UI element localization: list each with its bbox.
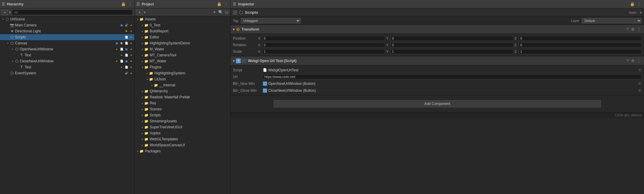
hierarchy-item-icons: ● 📄 ● — [119, 53, 133, 57]
rotation-y-input[interactable] — [390, 43, 513, 47]
btn-close-select-btn[interactable]: ⊙ — [638, 88, 642, 93]
scale-y-input[interactable] — [390, 49, 513, 54]
project-item-packages[interactable]: ▸ 📁 Packages — [135, 148, 230, 154]
eye-icon2[interactable]: ● — [129, 59, 133, 63]
project-item-worldspacecanvasui[interactable]: ▸ 📁 WorldSpaceCanvasUI — [135, 142, 230, 148]
hierarchy-lock-btn[interactable]: 🔒 — [120, 1, 126, 7]
position-y-input[interactable] — [390, 36, 513, 41]
project-item-assets[interactable]: ▾ 📁 Assets — [135, 16, 230, 22]
eye-icon2[interactable]: ● — [129, 47, 133, 51]
transform-settings-btn[interactable]: ⚙ — [631, 26, 635, 32]
hierarchy-item-canvas[interactable]: ▾ ⬡ Canvas ▣ ⬢ 📄 ● — [0, 40, 134, 46]
hierarchy-menu-icon[interactable]: ☰ — [2, 2, 5, 6]
project-item-qhierarchy[interactable]: ▸ 📁 QHierarchy — [135, 88, 230, 94]
eye-icon2[interactable]: ● — [129, 65, 133, 69]
project-item-res[interactable]: ▸ 📁 Res — [135, 100, 230, 106]
project-item-m-water[interactable]: ▸ 📁 M_Water — [135, 46, 230, 52]
hierarchy-item-event-system[interactable]: ▸ ⬡ EventSystem 🔊 ● — [0, 70, 134, 76]
project-item-label: Scripts — [150, 113, 161, 117]
hierarchy-more-btn[interactable]: ⋮ — [128, 1, 133, 7]
object-active-checkbox[interactable] — [233, 10, 237, 15]
rotation-z-input[interactable] — [519, 43, 642, 47]
inspector-menu-icon[interactable]: ☰ — [233, 2, 236, 6]
project-item-scenes[interactable]: ▸ 📁 Scenes — [135, 106, 230, 112]
btn-new-select-btn[interactable]: ⊙ — [638, 81, 642, 86]
tag-dropdown[interactable]: Untagged — [241, 18, 301, 23]
project-item-vuplex[interactable]: ▸ 📁 Vuplex — [135, 130, 230, 136]
project-item-litjson[interactable]: ▾ 📁 LitJson — [135, 76, 230, 82]
hierarchy-item-text-1[interactable]: ▸ T Text ● 📄 ● — [0, 52, 134, 58]
project-item-label: MT_Water — [150, 59, 166, 63]
folder-icon: 📁 — [144, 131, 149, 135]
static-dropdown-icon[interactable]: ▾ — [640, 10, 642, 15]
eye-icon[interactable]: ● — [129, 41, 133, 45]
script-component-body: Script 📄 WebglOpenUrlTest ⊙ Url Btn_New … — [231, 65, 644, 95]
eye-icon2[interactable]: ● — [129, 53, 133, 57]
project-add-btn[interactable]: + — [137, 10, 143, 15]
project-lock-btn[interactable]: 🔒 — [216, 1, 222, 7]
rotation-x-input[interactable] — [262, 43, 385, 47]
position-x-input[interactable] — [262, 36, 385, 41]
project-item-plugins[interactable]: ▾ 📁 Plugins — [135, 64, 230, 70]
eye-icon[interactable]: ● — [129, 35, 133, 39]
project-item-realistic-waterfall-prefab[interactable]: ▸ 📁 Realistic Waterfall Prefab — [135, 94, 230, 100]
transform-help-btn[interactable]: ? — [626, 26, 629, 32]
project-item-highlightingsystem[interactable]: ▸ 📁 HighlightingSystem — [135, 70, 230, 76]
transform-section-header[interactable]: ▾ ⊕ Transform ? ⚙ ⋮ — [231, 25, 644, 34]
project-item-scripts[interactable]: ▸ 📁 Scripts — [135, 112, 230, 118]
position-z-input[interactable] — [519, 36, 642, 41]
project-item-editor[interactable]: ▸ 📁 Editor — [135, 34, 230, 40]
eye-icon[interactable]: ● — [115, 59, 119, 63]
z-label: Z — [515, 37, 518, 40]
project-item-internal[interactable]: ▸ 📁 __Internal — [135, 82, 230, 88]
hierarchy-search-input[interactable] — [12, 10, 133, 15]
hierarchy-item-open-new-url-window[interactable]: ▾ ⬡ OpenNewUrlWindow ● 📄 ▣ ● — [0, 46, 134, 52]
project-menu-icon[interactable]: ☰ — [137, 2, 140, 6]
project-item-webgltemplates[interactable]: ▸ 📁 WebGLTemplates — [135, 136, 230, 142]
rect-icon: ▣ — [115, 41, 119, 45]
inspector-more-btn[interactable]: ⋮ — [637, 1, 642, 7]
project-item-0test[interactable]: ▸ 📁 0_Test — [135, 22, 230, 28]
eye-icon[interactable]: ● — [115, 47, 119, 51]
script-component-header[interactable]: ▾ # Webgl Open Url Test (Script) ? ⚙ ⋮ — [231, 56, 644, 65]
hierarchy-item-main-camera[interactable]: ▸ 📷 Main Camera ▣ 🔊 ● — [0, 22, 134, 28]
eye-icon[interactable]: ● — [129, 23, 133, 27]
script-settings-btn[interactable]: ⚙ — [631, 58, 635, 64]
project-more-btn[interactable]: ⋮ — [223, 1, 228, 7]
hierarchy-item-directional-light[interactable]: ▸ ☀ Directional Light ✱ ● — [0, 28, 134, 34]
project-item-supertreevewugui[interactable]: ▸ 📁 SuperTreeVewUGUI — [135, 124, 230, 130]
url-input[interactable] — [263, 74, 642, 79]
project-item-label: M_Water — [150, 47, 164, 51]
layer-dropdown[interactable]: Default — [582, 18, 642, 23]
inspector-lock-btn[interactable]: 🔒 — [629, 1, 635, 7]
transform-more-btn[interactable]: ⋮ — [637, 26, 642, 32]
hierarchy-add-icon[interactable]: ▾ — [9, 10, 11, 14]
script-select-btn[interactable]: ⊙ — [638, 67, 642, 73]
script-help-btn[interactable]: ? — [626, 58, 629, 64]
hierarchy-item-close-new-url-window[interactable]: ▾ ⬡ CloseNewUrlWindow ● 📄 ▣ ● — [0, 58, 134, 64]
hierarchy-item-scripts[interactable]: ▸ ⬡ Scripts 📄 ● — [0, 34, 134, 40]
hierarchy-toolbar: + ▾ — [0, 8, 134, 16]
hierarchy-item-urlscene[interactable]: ▾ ⬡ UrlScene — [0, 16, 134, 22]
hierarchy-item-text-2[interactable]: ▸ T Text ● 📄 ● — [0, 64, 134, 70]
add-component-button[interactable]: Add Component — [274, 100, 601, 107]
script-active-checkbox[interactable] — [242, 59, 246, 63]
eye-icon[interactable]: ● — [119, 65, 124, 69]
project-search-btn[interactable]: 🔍 — [218, 9, 224, 15]
script-more-btn[interactable]: ⋮ — [637, 58, 642, 64]
scale-z-input[interactable] — [519, 49, 642, 54]
project-item-mt-water[interactable]: ▸ 📁 MT_Water — [135, 58, 230, 64]
expand-arrow: ▸ — [141, 137, 144, 141]
hierarchy-item-label: Canvas — [15, 41, 115, 45]
hierarchy-add-btn[interactable]: + — [2, 10, 8, 15]
project-item-highlightingsystemdemo[interactable]: ▸ 📁 HighlightingSystemDemo — [135, 40, 230, 46]
project-item-buildreport[interactable]: ▸ 📁 BuildReport — [135, 28, 230, 34]
eye-icon[interactable]: ● — [119, 53, 124, 57]
eye-icon[interactable]: ● — [129, 29, 133, 33]
scale-x-input[interactable] — [262, 49, 385, 54]
project-item-mt-cameratool[interactable]: ▸ 📁 MT_CameraTool — [135, 52, 230, 58]
project-favorites-btn[interactable]: ★ — [212, 10, 216, 15]
folder-icon: 📁 — [149, 77, 153, 81]
project-item-streaming-assets[interactable]: ▸ 📁 StreamingAssets — [135, 118, 230, 124]
eye-icon[interactable]: ● — [129, 71, 133, 75]
